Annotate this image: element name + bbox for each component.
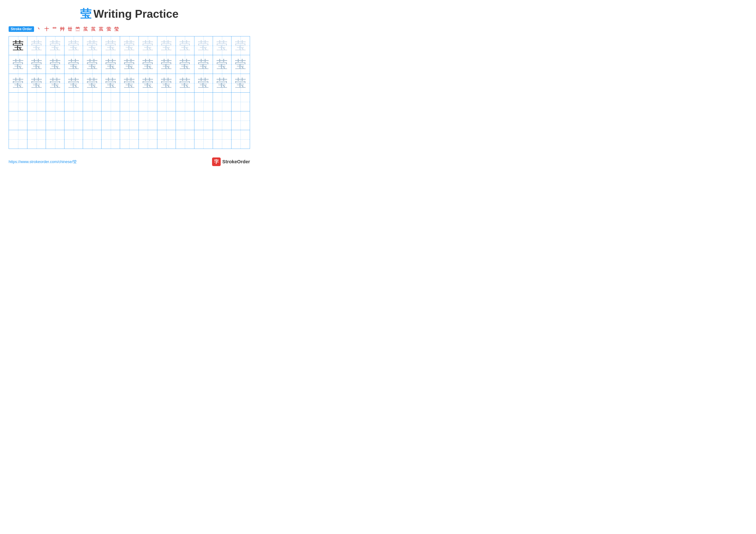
- grid-cell[interactable]: 莹: [231, 74, 250, 92]
- grid-cell[interactable]: [213, 111, 231, 130]
- grid-cell[interactable]: [176, 93, 194, 111]
- grid-cell[interactable]: 莹: [101, 37, 120, 55]
- grid-cell[interactable]: [120, 111, 139, 130]
- grid-cell[interactable]: 莹: [65, 74, 83, 92]
- grid-cell[interactable]: 莹: [46, 37, 65, 55]
- practice-char: 莹: [142, 38, 153, 53]
- grid-cell[interactable]: [176, 111, 194, 130]
- grid-cell[interactable]: [9, 130, 27, 149]
- practice-char: 莹: [179, 76, 191, 91]
- footer-url[interactable]: https://www.strokeorder.com/chinese/莹: [9, 159, 77, 165]
- grid-cell[interactable]: [101, 130, 120, 149]
- grid-cell[interactable]: [83, 93, 101, 111]
- grid-cell[interactable]: 莹: [65, 37, 83, 55]
- grid-cell[interactable]: 莹: [157, 74, 176, 92]
- grid-cell[interactable]: [157, 93, 176, 111]
- grid-cell[interactable]: [46, 93, 65, 111]
- grid-cell[interactable]: [194, 111, 213, 130]
- grid-row: 莹 莹 莹 莹 莹 莹 莹 莹 莹 莹 莹 莹 莹: [9, 74, 250, 93]
- grid-cell[interactable]: [83, 111, 101, 130]
- grid-cell[interactable]: 莹: [139, 55, 157, 74]
- grid-cell[interactable]: 莹: [213, 55, 231, 74]
- practice-char: 莹: [31, 38, 42, 53]
- grid-cell[interactable]: 莹: [231, 55, 250, 74]
- practice-char: 莹: [13, 57, 24, 72]
- grid-cell[interactable]: [65, 130, 83, 149]
- grid-cell[interactable]: 莹: [83, 74, 101, 92]
- grid-cell[interactable]: [27, 111, 46, 130]
- grid-cell[interactable]: [120, 130, 139, 149]
- grid-cell[interactable]: [46, 130, 65, 149]
- grid-cell[interactable]: 莹: [27, 55, 46, 74]
- grid-cell[interactable]: [157, 111, 176, 130]
- stroke-order-badge: Stroke Order: [9, 26, 34, 32]
- grid-cell[interactable]: 莹: [139, 37, 157, 55]
- grid-cell[interactable]: [120, 93, 139, 111]
- grid-cell[interactable]: [194, 130, 213, 149]
- grid-row-empty: [9, 130, 250, 149]
- grid-cell[interactable]: 莹: [9, 55, 27, 74]
- practice-char: 莹: [235, 76, 246, 91]
- grid-cell[interactable]: [139, 111, 157, 130]
- grid-cell[interactable]: [65, 93, 83, 111]
- grid-cell[interactable]: 莹: [46, 55, 65, 74]
- practice-char: 莹: [87, 38, 98, 53]
- grid-cell[interactable]: 莹: [176, 74, 194, 92]
- grid-cell[interactable]: 莹: [231, 37, 250, 55]
- grid-cell[interactable]: 莹: [213, 74, 231, 92]
- grid-cell[interactable]: [157, 130, 176, 149]
- practice-char: 莹: [142, 76, 153, 91]
- grid-cell[interactable]: [213, 93, 231, 111]
- grid-cell[interactable]: 莹: [157, 55, 176, 74]
- practice-char: 莹: [179, 38, 191, 53]
- grid-cell[interactable]: [101, 111, 120, 130]
- grid-cell[interactable]: 莹: [27, 37, 46, 55]
- grid-cell[interactable]: 莹: [139, 74, 157, 92]
- grid-cell[interactable]: [27, 93, 46, 111]
- grid-cell[interactable]: 莹: [213, 37, 231, 55]
- grid-cell[interactable]: 莹: [9, 74, 27, 92]
- grid-cell[interactable]: [139, 130, 157, 149]
- practice-char: 莹: [235, 57, 246, 72]
- practice-char: 莹: [31, 57, 42, 72]
- grid-cell[interactable]: [231, 111, 250, 130]
- grid-cell[interactable]: [101, 93, 120, 111]
- practice-char: 莹: [198, 57, 209, 72]
- grid-cell[interactable]: 莹: [120, 37, 139, 55]
- grid-cell[interactable]: [9, 93, 27, 111]
- grid-cell[interactable]: 莹: [176, 55, 194, 74]
- grid-cell[interactable]: [46, 111, 65, 130]
- grid-cell[interactable]: 莹: [83, 55, 101, 74]
- practice-char: 莹: [124, 38, 135, 53]
- grid-cell[interactable]: 莹: [83, 37, 101, 55]
- grid-cell[interactable]: 莹: [120, 55, 139, 74]
- grid-cell[interactable]: 莹: [27, 74, 46, 92]
- grid-cell[interactable]: [83, 130, 101, 149]
- grid-cell[interactable]: 莹: [101, 55, 120, 74]
- grid-cell[interactable]: [213, 130, 231, 149]
- grid-cell[interactable]: [176, 130, 194, 149]
- practice-char: 莹: [216, 57, 228, 72]
- grid-cell[interactable]: [9, 111, 27, 130]
- grid-cell[interactable]: 莹: [194, 55, 213, 74]
- grid-cell[interactable]: [65, 111, 83, 130]
- grid-cell[interactable]: [27, 130, 46, 149]
- grid-cell[interactable]: [231, 93, 250, 111]
- grid-cell[interactable]: 莹: [65, 55, 83, 74]
- stroke-order-row: Stroke Order 丶 十 艹 艸 丗 苎 茧 茧 茧 萤 莹: [9, 26, 250, 32]
- grid-cell[interactable]: 莹: [176, 37, 194, 55]
- grid-cell[interactable]: 莹: [194, 37, 213, 55]
- grid-cell[interactable]: 莹: [9, 37, 27, 55]
- practice-char: 莹: [216, 38, 228, 53]
- practice-char: 莹: [198, 38, 209, 53]
- grid-cell[interactable]: 莹: [157, 37, 176, 55]
- grid-cell[interactable]: 莹: [101, 74, 120, 92]
- grid-cell[interactable]: [194, 93, 213, 111]
- grid-cell[interactable]: [231, 130, 250, 149]
- grid-cell[interactable]: 莹: [46, 74, 65, 92]
- grid-cell[interactable]: 莹: [120, 74, 139, 92]
- practice-char: 莹: [68, 57, 79, 72]
- practice-char: 莹: [161, 76, 172, 91]
- grid-cell[interactable]: 莹: [194, 74, 213, 92]
- grid-cell[interactable]: [139, 93, 157, 111]
